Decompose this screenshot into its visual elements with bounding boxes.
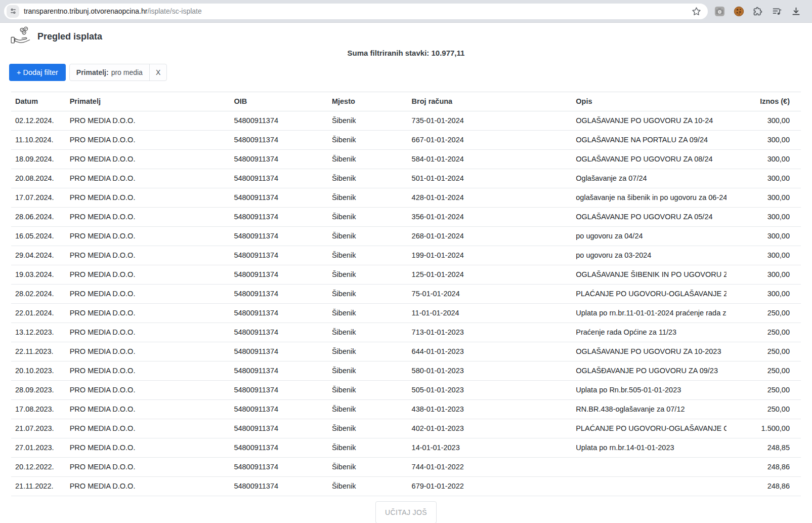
table-row: 29.04.2024.PRO MEDIA D.O.O.54800911374Ši…	[11, 246, 801, 265]
cell-recipient: PRO MEDIA D.O.O.	[66, 111, 230, 131]
cell-amount: 250,00	[726, 381, 801, 400]
cell-description: OGLAŠAVANJE PO UGOVORU ZA 10-2023	[572, 342, 726, 361]
filter-chip-text: Primatelj: pro media	[70, 64, 149, 81]
cell-recipient: PRO MEDIA D.O.O.	[66, 246, 230, 265]
cell-date: 20.12.2022.	[11, 458, 66, 477]
cell-invoice: 667-01-01-2024	[408, 131, 572, 150]
payments-table: Datum Primatelj OIB Mjesto Broj računa O…	[11, 92, 801, 496]
filtered-sum-value: 10.977,11	[431, 49, 464, 57]
cell-amount: 250,00	[726, 323, 801, 342]
table-row: 17.08.2023.PRO MEDIA D.O.O.54800911374Ši…	[11, 400, 801, 419]
cell-recipient: PRO MEDIA D.O.O.	[66, 361, 230, 381]
cell-date: 16.05.2024.	[11, 227, 66, 246]
url-path: /isplate/sc-isplate	[147, 7, 201, 15]
cell-description: PLAĆANJE PO UGOVORU-OGLAŠAVANJE O…	[572, 419, 726, 438]
column-header-opis: Opis	[572, 92, 726, 111]
cell-date: 29.04.2024.	[11, 246, 66, 265]
load-more-button[interactable]: UČITAJ JOŠ	[375, 501, 437, 523]
page-title: Pregled isplata	[37, 31, 102, 42]
cell-description: po ugovoru za 03-2024	[572, 246, 726, 265]
cell-invoice: 125-01-01-2024	[408, 265, 572, 285]
cell-recipient: PRO MEDIA D.O.O.	[66, 304, 230, 323]
cell-invoice: 356-01-01-2024	[408, 208, 572, 227]
cell-description: RN.BR.438-oglašavanje za 07/12	[572, 400, 726, 419]
cell-city: Šibenik	[328, 208, 408, 227]
column-header-iznos: Iznos (€)	[726, 92, 801, 111]
url-bar[interactable]: transparentno.tribunj.otvorenaopcina.hr/…	[4, 4, 708, 19]
cell-invoice: 199-01-01-2024	[408, 246, 572, 265]
cell-city: Šibenik	[328, 227, 408, 246]
cell-date: 13.12.2023.	[11, 323, 66, 342]
cell-amount: 300,00	[726, 265, 801, 285]
cell-amount: 300,00	[726, 131, 801, 150]
cell-city: Šibenik	[328, 169, 408, 188]
table-row: 27.01.2023.PRO MEDIA D.O.O.54800911374Ši…	[11, 438, 801, 458]
column-header-oib: OIB	[230, 92, 328, 111]
cell-recipient: PRO MEDIA D.O.O.	[66, 285, 230, 304]
column-header-datum: Datum	[11, 92, 66, 111]
cell-oib: 54800911374	[230, 400, 328, 419]
cell-date: 28.06.2024.	[11, 208, 66, 227]
table-row: 20.10.2023.PRO MEDIA D.O.O.54800911374Ši…	[11, 361, 801, 381]
cell-recipient: PRO MEDIA D.O.O.	[66, 342, 230, 361]
cell-recipient: PRO MEDIA D.O.O.	[66, 150, 230, 169]
table-row: 02.12.2024.PRO MEDIA D.O.O.54800911374Ši…	[11, 111, 801, 131]
cell-date: 28.02.2024.	[11, 285, 66, 304]
cell-description: OGLAŠAVANJE PO UGOVORU ZA 08/24	[572, 150, 726, 169]
table-body: 02.12.2024.PRO MEDIA D.O.O.54800911374Ši…	[11, 111, 801, 496]
cell-description: OGLAŠAVANJE PO UGOVORU ZA 10-24	[572, 111, 726, 131]
cell-amount: 300,00	[726, 246, 801, 265]
cell-invoice: 505-01-01-2023	[408, 381, 572, 400]
filter-remove-button[interactable]: X	[149, 64, 166, 81]
cell-description: OGLAŠAVANJE PO UGOVORU ZA 05/24	[572, 208, 726, 227]
cell-date: 28.09.2023.	[11, 381, 66, 400]
table-row: 21.07.2023.PRO MEDIA D.O.O.54800911374Ši…	[11, 419, 801, 438]
media-controls-icon[interactable]	[770, 4, 784, 18]
cell-recipient: PRO MEDIA D.O.O.	[66, 477, 230, 496]
cell-recipient: PRO MEDIA D.O.O.	[66, 265, 230, 285]
table-row: 28.09.2023.PRO MEDIA D.O.O.54800911374Ši…	[11, 381, 801, 400]
column-header-broj-racuna: Broj računa	[408, 92, 572, 111]
cell-description: OGLAŠĐAVANJE PO UGOVORU ZA 09/23	[572, 361, 726, 381]
cell-date: 19.03.2024.	[11, 265, 66, 285]
cell-amount: 250,00	[726, 361, 801, 381]
cell-date: 21.07.2023.	[11, 419, 66, 438]
cell-amount: 248,86	[726, 477, 801, 496]
cell-invoice: 428-01-01-2024	[408, 188, 572, 208]
add-filter-button[interactable]: + Dodaj filter	[9, 64, 66, 81]
cell-amount: 250,00	[726, 400, 801, 419]
filter-chip-field: Primatelj:	[76, 68, 109, 76]
table-row: 16.05.2024.PRO MEDIA D.O.O.54800911374Ši…	[11, 227, 801, 246]
cell-date: 21.11.2022.	[11, 477, 66, 496]
cell-amount: 300,00	[726, 208, 801, 227]
cell-city: Šibenik	[328, 361, 408, 381]
cell-description: PLAĆANJE PO UGOVORU-OGLAŠAVANJE Z…	[572, 285, 726, 304]
bookmark-star-icon[interactable]	[691, 6, 702, 17]
site-settings-icon[interactable]	[7, 5, 19, 18]
cell-recipient: PRO MEDIA D.O.O.	[66, 400, 230, 419]
cell-recipient: PRO MEDIA D.O.O.	[66, 458, 230, 477]
downloads-icon[interactable]	[789, 4, 803, 18]
table-row: 18.09.2024.PRO MEDIA D.O.O.54800911374Ši…	[11, 150, 801, 169]
filtered-sum: Suma filtriranih stavki: 10.977,11	[0, 49, 812, 57]
camera-extension-icon[interactable]	[713, 4, 727, 18]
cell-invoice: 438-01-01-2023	[408, 400, 572, 419]
cell-description	[572, 458, 726, 477]
cell-city: Šibenik	[328, 188, 408, 208]
cookie-icon[interactable]	[732, 4, 746, 18]
filter-chip[interactable]: Primatelj: pro media X	[69, 64, 167, 81]
cell-amount: 248,85	[726, 438, 801, 458]
cell-city: Šibenik	[328, 342, 408, 361]
cell-city: Šibenik	[328, 150, 408, 169]
cell-recipient: PRO MEDIA D.O.O.	[66, 438, 230, 458]
table-row: 19.03.2024.PRO MEDIA D.O.O.54800911374Ši…	[11, 265, 801, 285]
cell-description: Praćenje rada Općine za 11/23	[572, 323, 726, 342]
extensions-puzzle-icon[interactable]	[751, 4, 765, 18]
table-row: 28.06.2024.PRO MEDIA D.O.O.54800911374Ši…	[11, 208, 801, 227]
cell-description	[572, 477, 726, 496]
url-domain: transparentno.tribunj.otvorenaopcina.hr	[24, 7, 147, 15]
cell-invoice: 644-01-01-2023	[408, 342, 572, 361]
cell-date: 22.01.2024.	[11, 304, 66, 323]
cell-amount: 300,00	[726, 169, 801, 188]
cell-oib: 54800911374	[230, 323, 328, 342]
